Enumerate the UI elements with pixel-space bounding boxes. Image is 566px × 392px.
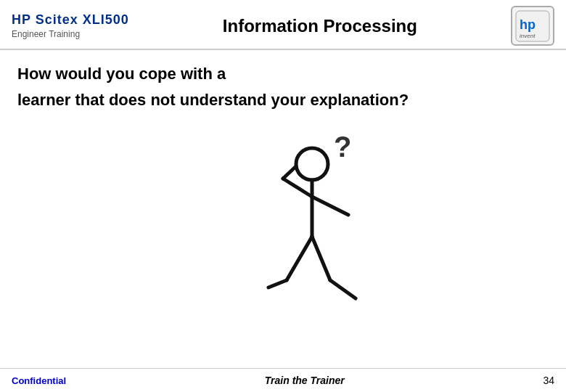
svg-line-12 bbox=[330, 280, 356, 298]
svg-text:invent: invent bbox=[520, 33, 536, 39]
question-line2: learner that does not understand your ex… bbox=[17, 91, 549, 110]
main-content: How would you cope with a learner that d… bbox=[0, 50, 566, 327]
footer-page-number: 34 bbox=[543, 375, 554, 386]
stick-figure: ? bbox=[254, 124, 385, 313]
svg-line-9 bbox=[287, 237, 312, 280]
hp-logo: hp invent bbox=[511, 6, 554, 46]
engineer-training-label: Engineer Training bbox=[12, 29, 80, 39]
page-title: Information Processing bbox=[129, 16, 511, 36]
svg-text:hp: hp bbox=[520, 17, 536, 32]
question-line1: How would you cope with a bbox=[17, 65, 549, 83]
svg-line-8 bbox=[312, 197, 348, 215]
svg-line-10 bbox=[268, 280, 287, 287]
svg-line-7 bbox=[283, 166, 296, 179]
footer: Confidential Train the Trainer 34 bbox=[0, 368, 566, 392]
header-left: HP Scitex XLI500 Engineer Training bbox=[12, 12, 129, 39]
header: HP Scitex XLI500 Engineer Training Infor… bbox=[0, 0, 566, 50]
svg-point-4 bbox=[296, 148, 328, 180]
figure-area: ? bbox=[17, 117, 549, 320]
svg-line-11 bbox=[312, 237, 330, 280]
footer-center-title: Train the Trainer bbox=[265, 375, 345, 386]
hp-scitex-logo: HP Scitex XLI500 bbox=[12, 12, 129, 28]
svg-text:?: ? bbox=[334, 131, 351, 163]
footer-confidential: Confidential bbox=[12, 375, 66, 386]
